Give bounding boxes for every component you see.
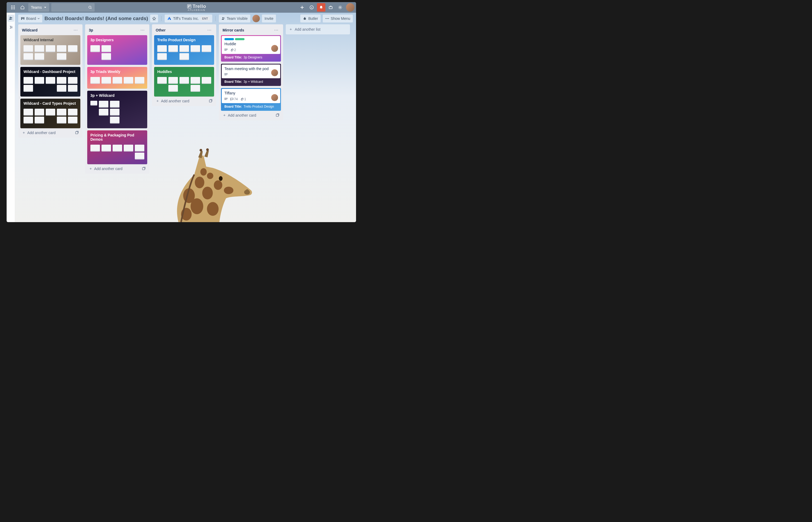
- template-icon[interactable]: [209, 99, 212, 103]
- description-badge: [224, 48, 228, 52]
- board-title[interactable]: Boards! Boards! Boards! (And some cards): [44, 16, 148, 21]
- member-avatar[interactable]: [271, 69, 278, 76]
- user-avatar[interactable]: [346, 3, 354, 12]
- home-button[interactable]: [18, 3, 27, 12]
- card-pricing[interactable]: Pricing & Packaging Pod Demos: [87, 130, 147, 164]
- svg-rect-11: [188, 5, 189, 8]
- svg-rect-26: [76, 132, 78, 134]
- list-menu-button[interactable]: ⋯: [273, 27, 279, 33]
- list-other: Other⋯ Trello Product Design Huddles ＋Ad…: [152, 24, 216, 106]
- member-avatar[interactable]: [252, 15, 260, 22]
- sidebar-team-button[interactable]: [7, 15, 14, 22]
- svg-point-23: [326, 18, 327, 19]
- card-trello-product-design[interactable]: Trello Product Design: [154, 35, 214, 65]
- svg-rect-3: [11, 7, 12, 8]
- sidebar-expand-button[interactable]: [7, 24, 14, 31]
- settings-button[interactable]: [336, 3, 345, 12]
- card-3p-designers[interactable]: 3p Designers: [87, 35, 147, 65]
- gear-icon: [338, 5, 342, 9]
- card-wildcard-internal[interactable]: Wildcard Internal: [20, 35, 80, 65]
- card-wildcard-dashboard[interactable]: Wildcard - Dashboard Project: [20, 67, 80, 97]
- list-title[interactable]: 3p: [89, 28, 93, 32]
- info-button[interactable]: [307, 3, 316, 12]
- create-button[interactable]: [298, 3, 306, 12]
- chevron-right-icon: [9, 25, 13, 29]
- template-icon[interactable]: [276, 114, 279, 117]
- svg-point-9: [89, 6, 91, 8]
- add-card-button[interactable]: ＋Add another card: [20, 128, 80, 136]
- card-3p-wildcard[interactable]: 3p + Wildcard: [87, 91, 147, 128]
- briefcase-icon: [329, 5, 333, 9]
- star-button[interactable]: [150, 15, 158, 22]
- list-title[interactable]: Wildcard: [22, 28, 38, 32]
- svg-rect-18: [21, 17, 22, 20]
- description-badge: [224, 73, 228, 76]
- member-avatar[interactable]: [271, 94, 278, 101]
- card-3p-triads[interactable]: 3p Triads Weekly: [87, 67, 147, 88]
- svg-rect-29: [224, 49, 228, 49]
- board-view-switcher[interactable]: Board: [18, 15, 42, 22]
- info-icon: [310, 5, 314, 9]
- plus-icon: ＋: [22, 130, 26, 135]
- svg-rect-7: [13, 8, 14, 9]
- list-menu-button[interactable]: ⋯: [139, 27, 146, 33]
- workspace-chip[interactable]: Tiff's Treats Inc. ENT: [165, 15, 212, 22]
- show-menu-button[interactable]: Show Menu: [323, 15, 353, 22]
- list-menu-button[interactable]: ⋯: [72, 27, 79, 33]
- svg-rect-35: [224, 98, 228, 98]
- svg-point-25: [328, 18, 329, 19]
- mirror-card-tiffany[interactable]: Tiffany 74 1 Board Title:Trello Product …: [221, 88, 281, 111]
- butler-button[interactable]: Butler: [300, 15, 320, 22]
- svg-rect-37: [224, 99, 227, 100]
- invite-button[interactable]: Invite: [262, 15, 276, 22]
- plus-icon: [300, 5, 304, 9]
- mirror-card-team[interactable]: Team meeting with the pod Board Title:3p…: [221, 64, 281, 86]
- notifications-button[interactable]: [317, 3, 326, 12]
- card-wildcard-cardtypes[interactable]: Wildcard - Card Types Project: [20, 99, 80, 128]
- svg-point-15: [340, 7, 341, 8]
- star-icon: [152, 17, 156, 20]
- search-input[interactable]: [51, 3, 95, 12]
- attachment-icon: [240, 98, 244, 101]
- svg-rect-28: [209, 100, 212, 102]
- board-header: Board Boards! Boards! Boards! (And some …: [15, 13, 356, 24]
- svg-rect-27: [143, 168, 145, 170]
- add-card-button[interactable]: ＋Add another card: [154, 97, 214, 104]
- description-icon: [224, 98, 228, 101]
- plus-icon: ＋: [223, 113, 226, 118]
- list-title[interactable]: Other: [156, 28, 165, 32]
- people-icon: [222, 17, 225, 20]
- add-card-button[interactable]: ＋Add another card: [87, 164, 147, 172]
- list-menu-button[interactable]: ⋯: [206, 27, 212, 33]
- svg-rect-20: [23, 17, 24, 20]
- ent-badge: ENT: [201, 16, 210, 21]
- card-huddles[interactable]: Huddles: [154, 67, 214, 97]
- apps-button[interactable]: [9, 3, 17, 12]
- list-title[interactable]: Mirror cards: [223, 28, 244, 32]
- brand-logo: Trello ATLASSIAN: [96, 4, 297, 12]
- description-icon: [224, 73, 228, 76]
- svg-rect-30: [224, 49, 228, 50]
- bell-icon: [319, 5, 323, 9]
- template-icon[interactable]: [142, 167, 146, 170]
- template-icon[interactable]: [75, 131, 79, 135]
- mirror-card-huddle[interactable]: Huddle 2 Board Title:3p Designers: [221, 35, 281, 62]
- svg-rect-6: [11, 8, 12, 9]
- add-card-button[interactable]: ＋Add another card: [221, 111, 281, 118]
- attachment-badge: 2: [230, 48, 236, 52]
- teams-dropdown[interactable]: Teams: [28, 3, 49, 12]
- apps-icon: [11, 5, 15, 9]
- svg-rect-5: [14, 7, 15, 8]
- attachment-badge: 1: [240, 97, 246, 101]
- svg-rect-14: [329, 7, 332, 9]
- member-avatar[interactable]: [271, 45, 278, 52]
- list-wildcard: Wildcard⋯ Wildcard Internal Wildcard - D…: [18, 24, 82, 138]
- svg-rect-4: [13, 7, 14, 8]
- add-list-button[interactable]: ＋ Add another list: [286, 24, 350, 34]
- svg-rect-36: [224, 99, 228, 99]
- description-badge: [224, 98, 228, 101]
- visibility-button[interactable]: Team Visible: [219, 15, 250, 22]
- butler-icon: [303, 17, 307, 20]
- svg-rect-19: [22, 17, 23, 19]
- collections-button[interactable]: [327, 3, 335, 12]
